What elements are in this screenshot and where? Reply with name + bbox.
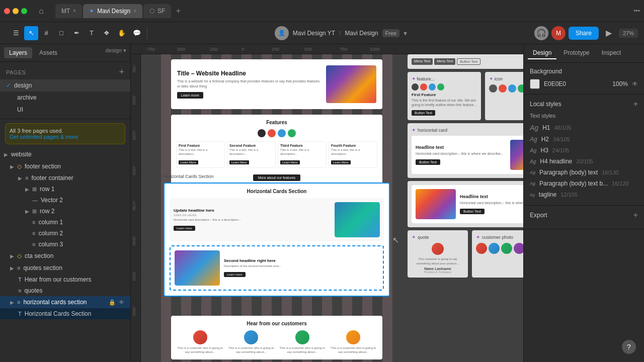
text-style-body-b[interactable]: Ag Paragraph (body) text b... 16/120 — [530, 178, 638, 189]
page-archive[interactable]: archive — [0, 92, 130, 104]
hero-cta[interactable]: Learn more — [177, 92, 203, 99]
home-button[interactable]: ⌂ — [33, 3, 49, 19]
fc-dark — [412, 83, 419, 90]
tab-mt-close[interactable]: × — [73, 8, 76, 14]
feature-desc-preview: This is the first feature of our site. W… — [412, 98, 477, 107]
select-tool[interactable]: ↖ — [24, 26, 38, 40]
canvas-content[interactable]: Title – Website Headline This is a websi… — [141, 54, 523, 362]
features-more-btn[interactable]: More about our features — [253, 174, 301, 181]
lock-icon: 🔒 — [109, 299, 116, 306]
arrow-icon: ▶ — [10, 253, 14, 259]
tab-sf[interactable]: ⬡ SF — [143, 4, 171, 18]
layer-hcards-section[interactable]: ▶ ≡ horizontal cards section 🔒 👁 — [0, 296, 130, 308]
layers-tab[interactable]: Layers — [4, 47, 32, 58]
layer-quotes[interactable]: ≡ quotes — [0, 285, 130, 296]
pen-tool[interactable]: ✒ — [69, 26, 84, 40]
visibility-icon[interactable]: 👁 — [119, 299, 124, 305]
add-export-button[interactable]: + — [633, 211, 638, 220]
layer-website[interactable]: ▶ website — [0, 148, 130, 160]
layer-vector2[interactable]: — Vector 2 — [0, 195, 130, 206]
export-title: Export — [530, 212, 547, 219]
minimize-button[interactable] — [13, 8, 19, 14]
shape-tool[interactable]: □ — [54, 26, 68, 40]
add-page-button[interactable]: + — [119, 67, 124, 77]
frame-tool[interactable]: # — [39, 26, 53, 40]
layer-footer-container[interactable]: ▶ ≡ footer container — [0, 172, 130, 184]
layer-hcards-title[interactable]: T Horizontal Cards Section — [0, 308, 130, 319]
tab-mt[interactable]: MT × — [55, 4, 82, 18]
add-tab-button[interactable]: + — [172, 5, 184, 17]
layer-col2[interactable]: ≡ column 2 — [0, 228, 130, 239]
tab-mavi-close[interactable]: × — [133, 8, 136, 14]
tab-mavi-design[interactable]: ✦ Mavi Design × — [83, 4, 142, 18]
ruler-mark-v: -1500 — [132, 165, 136, 175]
add-local-style-button[interactable]: + — [633, 100, 638, 109]
hcard2-comp-btn[interactable]: Button Text — [460, 209, 485, 214]
row-icon: ⊞ — [32, 186, 37, 193]
layer-cta-section[interactable]: ▶ ◇ cta section — [0, 250, 130, 262]
maximize-button[interactable] — [21, 8, 27, 14]
share-button[interactable]: Share — [569, 27, 599, 40]
page-ui[interactable]: UI — [0, 104, 130, 116]
f4-btn[interactable]: Learn More — [331, 160, 351, 164]
component-tool[interactable]: ❖ — [100, 26, 114, 40]
text-style-h3[interactable]: Ag H3 24/105 — [530, 145, 638, 156]
assets-tab[interactable]: Assets — [34, 47, 62, 58]
f3-btn[interactable]: Learn More — [280, 160, 300, 164]
menu-button[interactable]: ☰ — [9, 26, 23, 40]
canvas[interactable]: -750 -500 -250 0 250 500 750 1000 -750 -… — [131, 44, 523, 362]
hear-from-section: Hear from our customers This is a custom… — [171, 316, 382, 359]
play-button[interactable]: ▶ — [602, 26, 616, 40]
visibility-toggle[interactable]: 👁 — [632, 80, 638, 87]
upgrade-link[interactable]: Get unlimited pages & more — [10, 134, 121, 140]
ruler-mark-v: -2000 — [132, 235, 136, 245]
horizontal-cards-frame[interactable]: Horizontal Cards Section Update headline… — [164, 183, 390, 297]
comment-tool[interactable]: 💬 — [130, 26, 144, 40]
dropdown-icon[interactable]: ▾ — [404, 29, 407, 37]
text-style-h2[interactable]: Ag H2 34/105 — [530, 134, 638, 145]
feature-cards-row: First Feature This is a text, this is a … — [176, 141, 377, 168]
hear-from-label: Hear from our customers — [25, 276, 124, 283]
ts-h4-size: 20/105 — [576, 158, 593, 164]
user-profile[interactable]: M — [551, 26, 566, 40]
brand-name: Mavi Design YT — [293, 30, 335, 37]
hcard-1-btn[interactable]: Learn more — [174, 226, 195, 231]
background-swatch[interactable] — [530, 79, 540, 89]
headphone-icon[interactable]: 🎧 — [534, 26, 548, 40]
section-icon: ◇ — [17, 252, 22, 259]
hcard-2-btn[interactable]: Learn more — [224, 272, 246, 277]
f1-btn[interactable]: Learn More — [179, 160, 198, 164]
frame-icon: ≡ — [17, 299, 20, 305]
hcard-2-img-inner — [175, 250, 220, 286]
layer-hear-from[interactable]: T Hear from our customers — [0, 274, 130, 285]
page-design[interactable]: ✓ design — [0, 79, 130, 92]
more-icon[interactable]: ••• — [633, 8, 640, 15]
text-style-tagline[interactable]: Ag tagline 12/105 — [530, 189, 638, 200]
hcard-comp-btn[interactable]: Button Text — [416, 159, 440, 165]
close-button[interactable] — [4, 8, 10, 14]
layer-col3[interactable]: ≡ column 3 — [0, 239, 130, 250]
hand-tool[interactable]: ✋ — [115, 26, 129, 40]
vector2-label: Vector 2 — [41, 197, 124, 204]
f2-btn[interactable]: Learn More — [229, 160, 249, 164]
layer-row1[interactable]: ▶ ⊞ row 1 — [0, 184, 130, 195]
ag-icon: Ag — [530, 159, 536, 164]
layer-col1[interactable]: ≡ column 1 — [0, 217, 130, 228]
feature-btn-preview[interactable]: Button Text — [412, 110, 435, 116]
layer-row2[interactable]: ▶ ⊞ row 2 — [0, 206, 130, 217]
inspect-tab[interactable]: Inspect — [597, 47, 626, 59]
prototype-tab[interactable]: Prototype — [558, 47, 594, 59]
text-style-h4[interactable]: Ag H4 headline 20/105 — [530, 156, 638, 167]
text-style-h1[interactable]: Ag H1 48/105 — [530, 122, 638, 134]
text-tool[interactable]: T — [85, 26, 99, 40]
footer-section-label: footer section — [25, 163, 124, 170]
layer-footer-section[interactable]: ▶ ◇ footer section — [0, 160, 130, 172]
text-style-body[interactable]: Ag Paragraph (body) text 16/130 — [530, 167, 638, 178]
hcard-comp-inner: Headline text Horizontal card descriptio… — [412, 136, 523, 174]
layer-quotes-section[interactable]: ▶ ≡ quotes section — [0, 262, 130, 274]
feature-card-3: Third Feature This is a text, this is a … — [278, 141, 327, 168]
arrow-icon: ▶ — [25, 209, 29, 214]
help-button[interactable]: ? — [622, 340, 636, 354]
toolbar: ☰ ↖ # □ ✒ T ❖ ✋ 💬 👤 Mavi Design YT / Mav… — [0, 22, 644, 44]
design-tab[interactable]: Design — [528, 47, 556, 59]
